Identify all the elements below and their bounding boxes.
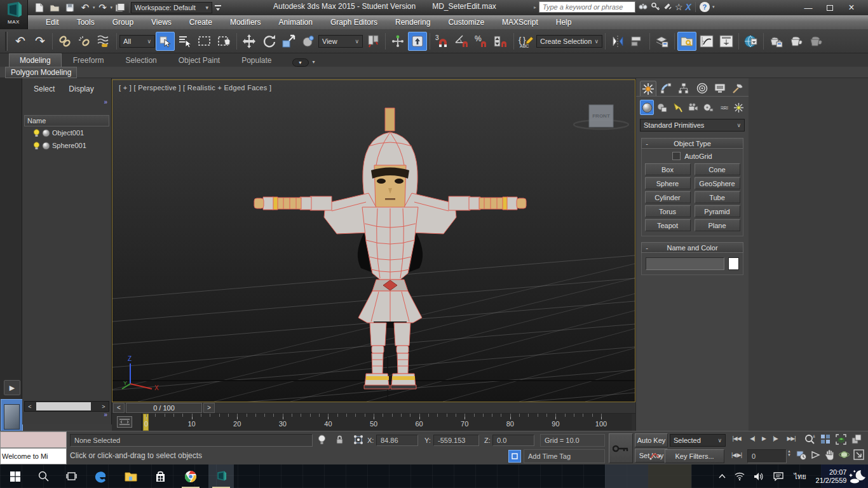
utilities-tab[interactable] (729, 81, 746, 96)
cameras-category-button[interactable] (686, 100, 700, 115)
curve-editor-button[interactable] (697, 32, 716, 51)
key-mode-toggle[interactable]: |◀ ▶| (728, 452, 745, 458)
orbit-icon[interactable] (839, 449, 850, 461)
rendered-frame-window-button[interactable] (766, 32, 785, 51)
menu-edit[interactable]: Edit (37, 17, 68, 28)
perspective-viewport[interactable]: [ + ] [ Perspective ] [ Realistic + Edge… (112, 79, 635, 402)
save-icon[interactable] (62, 1, 78, 14)
render-production-button[interactable] (786, 32, 805, 51)
menu-animation[interactable]: Animation (270, 17, 322, 28)
time-configuration-icon[interactable] (796, 450, 807, 462)
zoom-keyed-icon[interactable]: ± (804, 434, 815, 446)
maxscript-listener[interactable]: Welcome to Mi (0, 448, 67, 464)
absolute-offset-mode-icon[interactable] (353, 435, 363, 446)
edit-named-selection-sets-button[interactable]: { }ABC (517, 32, 536, 51)
name-and-color-rollout-header[interactable]: -Name and Color (641, 242, 743, 253)
search-icon[interactable] (638, 2, 648, 12)
use-pivot-center-button[interactable] (363, 32, 383, 51)
window-crossing-toggle[interactable] (215, 32, 234, 51)
exchange-icon[interactable]: X (686, 2, 691, 12)
named-selection-set-dropdown[interactable]: Create Selection Se∨ (536, 35, 602, 48)
add-time-tag[interactable]: Add Time Tag (524, 449, 605, 463)
object-color-swatch[interactable] (728, 257, 739, 270)
mirror-button[interactable] (608, 32, 627, 51)
help-dropdown-icon[interactable]: ▾ (712, 4, 715, 10)
x-coord-field[interactable]: 84.86 (376, 435, 418, 446)
y-coord-field[interactable]: -559.153 (433, 435, 479, 446)
sphere-button[interactable]: Sphere (645, 177, 691, 189)
menu-views[interactable]: Views (142, 17, 180, 28)
layout-grid-icon[interactable] (820, 434, 831, 445)
redo-button[interactable]: ↷ (31, 32, 50, 51)
cylinder-button[interactable]: Cylinder (645, 191, 691, 203)
maximize-viewport-toggle[interactable] (853, 449, 864, 461)
explorer-row-object001[interactable]: Object001 (24, 126, 109, 139)
teapot-button[interactable]: Teapot (645, 219, 691, 231)
auto-key-button[interactable]: Auto Key (635, 433, 668, 447)
help-icon[interactable]: ? (700, 2, 710, 12)
default-in-out-tangents-icon[interactable] (649, 451, 661, 462)
angle-snap-toggle[interactable] (452, 32, 471, 51)
object-name-field[interactable] (646, 257, 724, 270)
menu-help[interactable]: Help (547, 17, 581, 28)
ribbon-tab-object-paint[interactable]: Object Paint (168, 54, 230, 67)
hierarchy-tab[interactable] (675, 81, 692, 96)
create-tab[interactable] (640, 81, 656, 96)
isolate-selection-toggle[interactable] (508, 450, 521, 463)
selection-lock-icon[interactable] (336, 435, 344, 446)
scrollbar-thumb[interactable] (36, 402, 91, 410)
file-explorer-icon[interactable] (118, 464, 144, 488)
infocenter-expand-icon[interactable]: ▸ (534, 4, 536, 10)
menu-graph-editors[interactable]: Graph Editors (322, 17, 386, 28)
select-and-manipulate-button[interactable] (299, 32, 318, 51)
explorer-name-column-header[interactable]: Name (24, 115, 109, 126)
workspace-dropdown[interactable]: Workspace: Default▾ (131, 2, 212, 13)
keyboard-shortcut-override-toggle[interactable] (408, 32, 427, 51)
polygon-modeling-panel[interactable]: Polygon Modeling (5, 67, 77, 78)
redo-icon[interactable]: ↷ (95, 1, 111, 14)
key-icon[interactable] (651, 2, 660, 12)
go-to-start-button[interactable]: |◀◀ (729, 435, 743, 442)
viewcube[interactable]: FRONT (573, 99, 635, 136)
geosphere-button[interactable]: GeoSphere (695, 177, 740, 189)
ribbon-minimize-pill[interactable]: ▼ (292, 58, 309, 67)
menu-maxscript[interactable]: MAXScript (493, 17, 547, 28)
task-view-icon[interactable] (58, 464, 84, 488)
ribbon-options-icon[interactable]: ▾ (313, 59, 315, 65)
select-object-button[interactable] (156, 32, 175, 51)
mini-curve-editor-button[interactable] (117, 416, 132, 428)
manipulator-button[interactable] (388, 32, 407, 51)
search-input[interactable] (539, 1, 635, 13)
communication-center-icon[interactable] (663, 2, 672, 12)
torus-button[interactable]: Torus (645, 205, 691, 217)
menu-modifiers[interactable]: Modifiers (221, 17, 270, 28)
current-frame-field[interactable]: 0 (747, 449, 787, 463)
set-keys-button[interactable] (609, 433, 633, 463)
favorites-star-icon[interactable]: ☆ (675, 2, 683, 12)
select-and-move-button[interactable] (240, 32, 259, 51)
box-button[interactable]: Box (645, 163, 691, 175)
ribbon-tab-modeling[interactable]: Modeling (9, 53, 62, 67)
selection-filter-dropdown[interactable]: All∨ (119, 35, 155, 48)
object-type-rollout-header[interactable]: -Object Type (641, 138, 743, 149)
docked-swatch[interactable] (1, 399, 23, 435)
trackbar-ruler[interactable]: 0102030405060708090100 (141, 414, 632, 431)
explorer-menu-display[interactable]: Display (69, 85, 93, 93)
previous-frame-button[interactable]: ◀| (747, 435, 757, 442)
cone-button[interactable]: Cone (695, 163, 740, 175)
align-button[interactable] (628, 32, 647, 51)
maxscript-listener-macro-pane[interactable] (0, 431, 67, 448)
isolate-bulb-icon[interactable] (318, 435, 326, 446)
select-link-icon[interactable] (55, 32, 74, 51)
helpers-category-button[interactable] (702, 100, 715, 115)
layer-manager-button[interactable] (653, 32, 672, 51)
play-button[interactable]: ▶ (760, 435, 768, 442)
motion-tab[interactable] (694, 81, 710, 96)
explorer-row-sphere001[interactable]: Sphere001 (24, 139, 109, 152)
toolbar-grip[interactable] (5, 32, 8, 51)
menu-rendering[interactable]: Rendering (386, 17, 439, 28)
pyramid-button[interactable]: Pyramid (695, 205, 740, 217)
percent-snap-toggle[interactable]: % (472, 32, 491, 51)
chrome-icon[interactable] (178, 464, 203, 488)
taskbar-search-icon[interactable] (31, 464, 56, 488)
